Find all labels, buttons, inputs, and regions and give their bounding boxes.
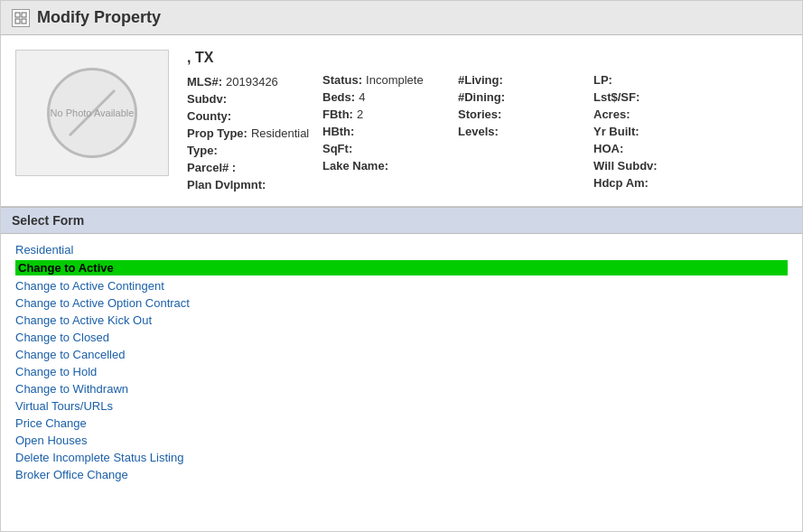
acres-label: Acres:	[593, 107, 630, 121]
hbth-row: HBth:	[322, 125, 449, 138]
property-details: , TX MLS#: 20193426 Subdv: County: Prop …	[187, 50, 788, 191]
beds-label: Beds:	[322, 90, 355, 104]
lake-label: Lake Name:	[322, 159, 388, 173]
type-row: Type:	[187, 144, 313, 157]
select-form-title: Select Form	[12, 213, 84, 228]
details-col-1: , TX MLS#: 20193426 Subdv: County: Prop …	[187, 50, 313, 191]
lp-row: LP:	[593, 73, 720, 87]
sqft-row: SqFt:	[322, 142, 449, 155]
stories-label: Stories:	[458, 107, 501, 121]
county-label: County:	[187, 109, 231, 123]
county-row: County:	[187, 109, 313, 123]
beds-value: 4	[359, 90, 365, 104]
plan-label: Plan Dvlpmnt:	[187, 178, 266, 191]
details-col-2: Status: Incomplete Beds: 4 FBth: 2 HBth:…	[322, 50, 449, 191]
svg-rect-0	[15, 13, 20, 17]
form-link-price-change[interactable]: Price Change	[15, 416, 788, 430]
will-subdv-row: Will Subdv:	[593, 159, 720, 173]
property-city-state: , TX	[187, 50, 313, 66]
plan-row: Plan Dvlpmnt:	[187, 178, 313, 191]
will-subdv-label: Will Subdv:	[593, 159, 658, 173]
subdv-row: Subdv:	[187, 92, 313, 106]
status-row: Status: Incomplete	[322, 73, 449, 87]
prop-type-row: Prop Type: Residential	[187, 126, 313, 140]
form-link-delete-incomplete[interactable]: Delete Incomplete Status Listing	[15, 451, 788, 464]
acres-row: Acres:	[593, 107, 720, 121]
hdcp-label: Hdcp Am:	[593, 176, 649, 190]
lstsf-row: Lst$/SF:	[593, 90, 720, 104]
levels-row: Levels:	[458, 125, 584, 138]
form-link-change-to-active[interactable]: Change to Active	[15, 260, 788, 275]
dining-label: #Dining:	[458, 90, 505, 104]
levels-label: Levels:	[458, 125, 499, 138]
svg-rect-2	[15, 19, 20, 23]
living-label: #Living:	[458, 73, 503, 87]
form-link-change-to-active-kick-out[interactable]: Change to Active Kick Out	[15, 313, 788, 327]
lstsf-label: Lst$/SF:	[593, 90, 640, 104]
page-container: Modify Property No Photo Available , TX …	[0, 0, 803, 532]
stories-row: Stories:	[458, 107, 584, 121]
svg-rect-3	[22, 19, 26, 23]
fbth-row: FBth: 2	[322, 107, 449, 121]
lake-row: Lake Name:	[322, 159, 449, 173]
hbth-label: HBth:	[322, 125, 354, 138]
form-link-virtual-tours[interactable]: Virtual Tours/URLs	[15, 399, 788, 413]
lp-label: LP:	[593, 73, 612, 87]
details-col-3: #Living: #Dining: Stories: Levels:	[458, 50, 584, 191]
type-label: Type:	[187, 144, 218, 157]
grid-icon	[12, 9, 30, 27]
yr-built-label: Yr Built:	[593, 125, 640, 138]
hoa-row: HOA:	[593, 142, 720, 155]
form-link-change-to-cancelled[interactable]: Change to Cancelled	[15, 348, 788, 361]
parcel-row: Parcel# :	[187, 161, 313, 174]
living-row: #Living:	[458, 73, 584, 87]
hdcp-row: Hdcp Am:	[593, 176, 720, 190]
status-label: Status:	[322, 73, 362, 87]
parcel-label: Parcel# :	[187, 161, 236, 174]
prop-type-value: Residential	[251, 126, 309, 140]
form-link-change-to-withdrawn[interactable]: Change to Withdrawn	[15, 382, 788, 396]
form-link-residential[interactable]: Residential	[15, 243, 788, 257]
property-section: No Photo Available , TX MLS#: 20193426 S…	[1, 35, 802, 207]
no-photo-placeholder: No Photo Available	[47, 68, 137, 158]
hoa-label: HOA:	[593, 142, 623, 155]
form-link-change-to-active-contingent[interactable]: Change to Active Contingent	[15, 279, 788, 293]
no-photo-text: No Photo Available	[51, 107, 135, 119]
dining-row: #Dining:	[458, 90, 584, 104]
form-link-open-houses[interactable]: Open Houses	[15, 434, 788, 447]
fbth-label: FBth:	[322, 107, 353, 121]
svg-rect-1	[22, 13, 26, 17]
beds-row: Beds: 4	[322, 90, 449, 104]
select-form-header: Select Form	[1, 207, 802, 234]
form-link-change-to-closed[interactable]: Change to Closed	[15, 331, 788, 344]
details-col-4: LP: Lst$/SF: Acres: Yr Built: HOA:	[593, 50, 720, 191]
subdv-label: Subdv:	[187, 92, 227, 106]
mls-label: MLS#:	[187, 75, 222, 89]
form-link-change-to-active-option-contract[interactable]: Change to Active Option Contract	[15, 296, 788, 310]
sqft-label: SqFt:	[322, 142, 352, 155]
mls-row: MLS#: 20193426	[187, 75, 313, 89]
mls-value: 20193426	[226, 75, 278, 89]
status-value: Incomplete	[366, 73, 424, 87]
fbth-value: 2	[357, 107, 363, 121]
form-link-change-to-hold[interactable]: Change to Hold	[15, 365, 788, 378]
yr-built-row: Yr Built:	[593, 125, 720, 138]
page-header: Modify Property	[1, 1, 802, 35]
page-title: Modify Property	[37, 8, 161, 27]
photo-container: No Photo Available	[15, 50, 169, 176]
form-links-container: ResidentialChange to ActiveChange to Act…	[1, 234, 802, 490]
prop-type-label: Prop Type:	[187, 126, 247, 140]
form-link-broker-office-change[interactable]: Broker Office Change	[15, 468, 788, 481]
